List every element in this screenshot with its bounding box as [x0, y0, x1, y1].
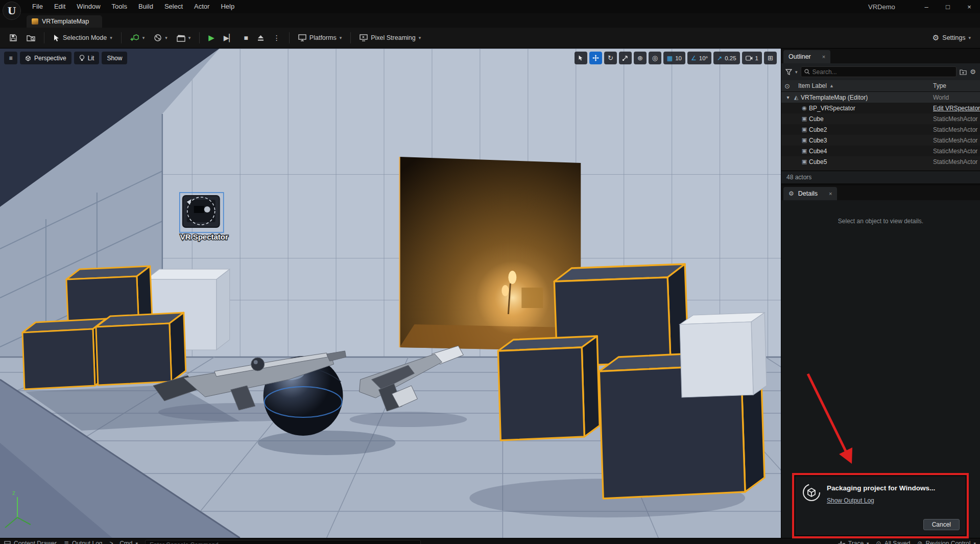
level-viewport[interactable]: VR Spectator z ≡ Perspective	[0, 49, 781, 538]
close-icon[interactable]: ×	[829, 191, 832, 197]
revision-control-dropdown[interactable]: ⊘ Revision Control ▾	[917, 540, 976, 544]
table-row[interactable]: ▣ Cube2 StaticMeshActor	[781, 124, 980, 135]
menu-help[interactable]: Help	[215, 0, 240, 13]
perspective-dropdown[interactable]: Perspective	[20, 52, 71, 64]
status-bar-right: Trace ▾ ⊙ All Saved ⊘ Revision Control ▾	[838, 540, 976, 544]
chevron-down-icon[interactable]: ▾	[795, 69, 798, 75]
package-icon	[801, 482, 822, 503]
static-mesh-icon: ▣	[800, 148, 809, 154]
add-actor-dropdown[interactable]: ▾	[126, 30, 149, 45]
chevron-down-icon: ▾	[110, 35, 112, 40]
rotation-snap-control[interactable]: ∠ 10°	[687, 52, 711, 64]
table-row[interactable]: ▾ ◭ VRTemplateMap (Editor) World	[781, 92, 980, 103]
add-folder-button[interactable]	[960, 69, 967, 75]
surface-snap-button[interactable]: ◎	[649, 52, 661, 64]
select-tool-button[interactable]	[575, 52, 587, 64]
settings-label: Settings	[942, 34, 965, 41]
asset-tab-bar: VRTemplateMap	[0, 13, 980, 28]
filter-button[interactable]	[785, 69, 792, 75]
table-row[interactable]: ▣ Cube4 StaticMeshActor	[781, 146, 980, 156]
camera-actor-icon: ◉	[800, 105, 809, 111]
packaging-notification[interactable]: Packaging project for Windows... Show Ou…	[795, 476, 966, 536]
table-row[interactable]: ▣ Cube3 StaticMeshActor	[781, 135, 980, 146]
white-cube-right[interactable]	[680, 313, 767, 397]
play-button[interactable]: ▶	[204, 30, 219, 45]
outliner-tab-row: Outliner ×	[781, 49, 980, 63]
details-empty-text: Select an object to view details.	[838, 218, 923, 225]
minimize-button[interactable]: –	[916, 0, 937, 13]
expand-arrow[interactable]: ▾	[784, 94, 792, 100]
outliner-search[interactable]	[801, 66, 957, 77]
row-type: StaticMeshActor	[933, 158, 980, 165]
selection-mode-dropdown[interactable]: Selection Mode ▾	[49, 30, 116, 45]
console-icon: >_	[110, 540, 117, 544]
move-tool-button[interactable]	[589, 52, 602, 64]
world-coordinate-button[interactable]: ⊕	[634, 52, 647, 64]
row-label: VRTemplateMap (Editor)	[801, 94, 933, 101]
close-icon[interactable]: ×	[822, 54, 825, 60]
tab-details[interactable]: ⚙ Details ×	[783, 187, 837, 200]
unreal-logo[interactable]: U	[3, 2, 21, 20]
play-options-button[interactable]: ⋮	[269, 30, 284, 45]
tab-outliner[interactable]: Outliner ×	[783, 50, 830, 63]
menu-build[interactable]: Build	[133, 0, 159, 13]
menu-file[interactable]: File	[27, 0, 49, 13]
show-output-log-link[interactable]: Show Output Log	[827, 497, 874, 504]
world-icon: ◭	[792, 94, 801, 101]
search-input[interactable]	[812, 68, 953, 76]
edit-blueprint-link[interactable]: Edit VRSpectator	[933, 105, 980, 112]
frame-skip-button[interactable]: ▶▏	[220, 30, 239, 45]
show-dropdown[interactable]: Show	[102, 52, 127, 64]
camera-speed-control[interactable]: 1	[742, 52, 762, 64]
cinematics-dropdown[interactable]: ▾	[173, 30, 195, 45]
scale-snap-control[interactable]: ↗ 0.25	[713, 52, 739, 64]
sort-ascending-icon: ▲	[829, 83, 834, 88]
menu-actor[interactable]: Actor	[188, 0, 215, 13]
menu-window[interactable]: Window	[71, 0, 106, 13]
maximize-button[interactable]: □	[937, 0, 959, 13]
console-command-input[interactable]	[145, 540, 421, 544]
save-button[interactable]	[5, 30, 21, 45]
scale-tool-button[interactable]	[619, 52, 632, 64]
menu-tools[interactable]: Tools	[106, 0, 133, 13]
row-type: StaticMeshActor	[933, 148, 980, 155]
perspective-label: Perspective	[34, 55, 66, 62]
tab-label: VRTemplateMap	[42, 18, 89, 25]
platforms-dropdown[interactable]: Platforms ▾	[294, 30, 346, 45]
toolbar-divider	[44, 32, 44, 43]
toolbar-divider	[121, 32, 122, 43]
row-label: Cube5	[809, 158, 933, 165]
eject-button[interactable]	[253, 30, 268, 45]
stop-button[interactable]: ■	[240, 30, 252, 45]
close-button[interactable]: ×	[959, 0, 980, 13]
static-mesh-icon: ▣	[800, 158, 809, 165]
tab-vrtemplatemap[interactable]: VRTemplateMap	[27, 15, 102, 28]
right-panel: Outliner × ▾ ⚙ ⊙	[781, 49, 980, 538]
viewport-options-button[interactable]: ≡	[4, 52, 17, 64]
table-row[interactable]: ◉ BP_VRSpectator Edit VRSpectator	[781, 103, 980, 113]
blueprints-dropdown[interactable]: ▾	[150, 30, 172, 45]
table-row[interactable]: ▣ Cube5 StaticMeshActor	[781, 156, 980, 167]
column-item-label[interactable]: Item Label ▲	[790, 82, 933, 89]
rotate-tool-button[interactable]: ↻	[604, 52, 617, 64]
column-type[interactable]: Type	[933, 82, 980, 89]
cancel-button[interactable]: Cancel	[923, 519, 960, 530]
maximize-viewport-button[interactable]: ⊞	[764, 52, 777, 64]
outliner-settings-button[interactable]: ⚙	[970, 68, 976, 76]
viewport-transform-tools: ↻ ⊕ ◎ ▦ 10 ∠ 10° ↗	[575, 52, 777, 64]
grid-snap-control[interactable]: ▦ 10	[663, 52, 685, 64]
lit-dropdown[interactable]: Lit	[74, 52, 100, 64]
details-title: Details	[798, 190, 818, 197]
all-saved-indicator[interactable]: ⊙ All Saved	[876, 540, 911, 544]
pixel-streaming-dropdown[interactable]: Pixel Streaming ▾	[355, 30, 425, 45]
cmd-dropdown[interactable]: >_ Cmd ▾	[110, 540, 138, 544]
settings-dropdown[interactable]: ⚙ Settings ▾	[928, 30, 975, 45]
output-log-button[interactable]: ≣ Output Log	[64, 540, 102, 544]
table-row[interactable]: ▣ Cube StaticMeshActor	[781, 113, 980, 124]
content-browser-button[interactable]	[22, 30, 39, 45]
trace-dropdown[interactable]: Trace ▾	[838, 540, 869, 544]
menu-select[interactable]: Select	[159, 0, 188, 13]
content-drawer-button[interactable]: Content Drawer	[4, 540, 57, 544]
row-label: Cube4	[809, 148, 933, 155]
menu-edit[interactable]: Edit	[49, 0, 71, 13]
